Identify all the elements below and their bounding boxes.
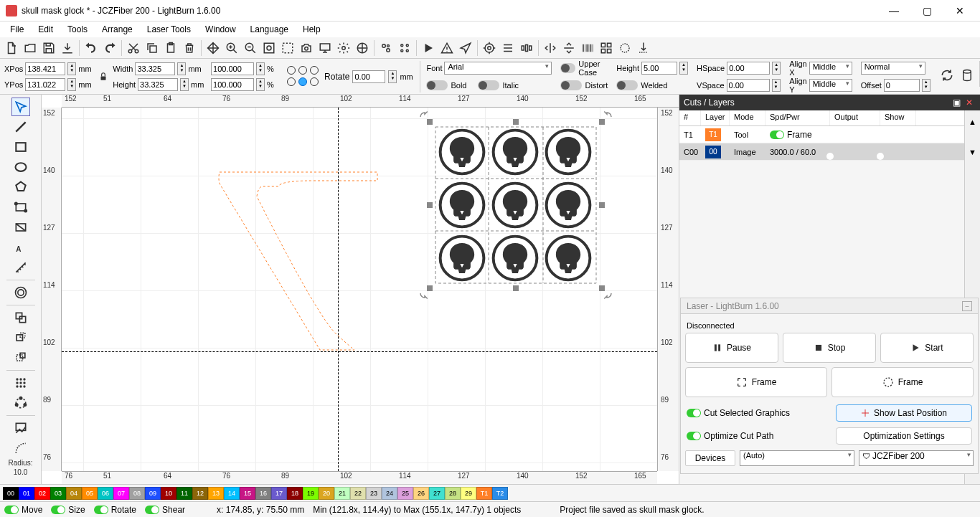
layer-chip-t1[interactable]: T1 (705, 128, 721, 141)
skull-image[interactable] (542, 232, 594, 284)
color-swatch-25[interactable]: 25 (397, 487, 413, 500)
menu-window[interactable]: Window (199, 23, 242, 36)
xpos-spinner[interactable]: ▲▼ (67, 62, 76, 75)
color-swatch-16[interactable]: 16 (255, 487, 271, 500)
skull-image[interactable] (489, 179, 541, 231)
radial-array-icon[interactable] (616, 39, 633, 57)
rotate-spinner[interactable]: ▲▼ (388, 70, 397, 83)
color-swatch-20[interactable]: 20 (319, 487, 334, 500)
col-output[interactable]: Output (830, 110, 880, 125)
height-input[interactable] (138, 78, 178, 91)
uppercase-toggle[interactable] (560, 63, 575, 73)
menu-file[interactable]: File (4, 23, 29, 36)
pct-width-spinner[interactable]: ▲▼ (256, 62, 265, 75)
text-tool[interactable]: A (11, 238, 30, 257)
font-select[interactable]: Arial (444, 62, 552, 75)
copy-icon[interactable] (143, 39, 161, 57)
ellipse-tool[interactable] (11, 158, 30, 176)
laser-panel-close-icon[interactable]: – (962, 301, 972, 311)
pause-button[interactable]: Pause (685, 333, 778, 363)
redo-icon[interactable] (101, 39, 118, 57)
distort-toggle[interactable] (560, 80, 582, 90)
layer-row-c00[interactable]: C00 00 Image 3000.0 / 60.0 (679, 143, 964, 161)
color-swatch-09[interactable]: 09 (145, 487, 161, 500)
zoom-out-icon[interactable] (242, 39, 259, 57)
bold-toggle[interactable] (426, 80, 448, 90)
barcode-icon[interactable] (579, 39, 596, 57)
size-toggle[interactable] (51, 506, 65, 514)
color-swatch-23[interactable]: 23 (366, 487, 382, 500)
paste-icon[interactable] (162, 39, 179, 57)
skull-image[interactable] (542, 179, 594, 231)
show-last-position-button[interactable]: Show Last Position (836, 404, 972, 422)
preview-icon[interactable] (420, 39, 437, 57)
aligny-select[interactable]: Middle (809, 79, 852, 92)
color-swatch-04[interactable]: 04 (66, 487, 82, 500)
weld-tool[interactable] (11, 308, 30, 327)
port-select[interactable]: (Auto) (740, 450, 854, 466)
lock-icon[interactable] (98, 64, 108, 90)
skull-image[interactable] (436, 126, 488, 178)
distribute-icon[interactable] (518, 39, 535, 57)
text-mode-select[interactable]: Normal (861, 62, 925, 75)
ypos-input[interactable] (25, 78, 65, 91)
color-swatch-24[interactable]: 24 (382, 487, 397, 500)
text-height-input[interactable] (641, 62, 677, 75)
grid-tool[interactable] (11, 374, 30, 392)
skull-image[interactable] (489, 232, 541, 284)
width-input[interactable] (135, 62, 175, 75)
layer-row-t1[interactable]: T1 T1 Tool Frame (679, 126, 964, 143)
col-mode[interactable]: Mode (730, 110, 765, 125)
menu-help[interactable]: Help (297, 23, 326, 36)
camera-icon[interactable] (298, 39, 315, 57)
color-swatch-19[interactable]: 19 (303, 487, 319, 500)
offset-spinner[interactable]: ▲▼ (922, 79, 930, 92)
ungroup-icon[interactable] (396, 39, 413, 57)
refresh-icon[interactable] (939, 61, 955, 90)
col-layer[interactable]: Layer (701, 110, 730, 125)
select-tool[interactable] (11, 98, 30, 116)
hspace-input[interactable] (727, 62, 770, 75)
import-icon[interactable] (59, 39, 76, 57)
shear-toggle[interactable] (145, 506, 159, 514)
save-icon[interactable] (40, 39, 57, 57)
skull-image[interactable] (489, 126, 541, 178)
stop-button[interactable]: Stop (783, 333, 876, 363)
width-spinner[interactable]: ▲▼ (177, 62, 186, 75)
welded-toggle[interactable] (616, 80, 638, 90)
skull-image[interactable] (436, 232, 488, 284)
menu-tools[interactable]: Tools (62, 23, 93, 36)
move-to-icon[interactable] (635, 39, 652, 57)
panel-close-icon[interactable]: ✕ (963, 98, 976, 108)
align-icon[interactable] (499, 39, 517, 57)
zoom-selection-icon[interactable] (279, 39, 296, 57)
panel-undock-icon[interactable]: ▣ (950, 98, 963, 108)
move-toggle[interactable] (4, 506, 19, 514)
color-swatch-08[interactable]: 08 (129, 487, 145, 500)
color-swatch-21[interactable]: 21 (334, 487, 350, 500)
xpos-input[interactable] (25, 62, 65, 75)
text-height-spinner[interactable]: ▲▼ (679, 62, 688, 75)
color-swatch-01[interactable]: 01 (19, 487, 34, 500)
hspace-spinner[interactable]: ▲▼ (772, 62, 781, 75)
color-swatch-26[interactable]: 26 (413, 487, 429, 500)
layer-chip-00[interactable]: 00 (705, 146, 721, 158)
menu-arrange[interactable]: Arrange (96, 23, 138, 36)
col-spd[interactable]: Spd/Pwr (765, 110, 830, 125)
open-icon[interactable] (22, 39, 39, 57)
mirror-h-icon[interactable] (542, 39, 559, 57)
cut-selected-toggle[interactable] (687, 409, 701, 417)
color-swatch-17[interactable]: 17 (271, 487, 287, 500)
warning-icon[interactable] (438, 39, 456, 57)
alignx-select[interactable]: Middle (809, 62, 852, 75)
vspace-input[interactable] (727, 79, 770, 92)
frame-rect-button[interactable]: Frame (685, 367, 827, 397)
offset-tool[interactable] (11, 283, 30, 302)
pct-width-input[interactable] (211, 62, 254, 75)
grid-array-icon[interactable] (598, 39, 615, 57)
glock-outline[interactable] (212, 163, 413, 357)
circular-tool[interactable] (11, 394, 30, 412)
color-swatch-18[interactable]: 18 (287, 487, 303, 500)
measure-tool[interactable] (11, 258, 30, 277)
close-button[interactable]: ✕ (950, 5, 970, 16)
